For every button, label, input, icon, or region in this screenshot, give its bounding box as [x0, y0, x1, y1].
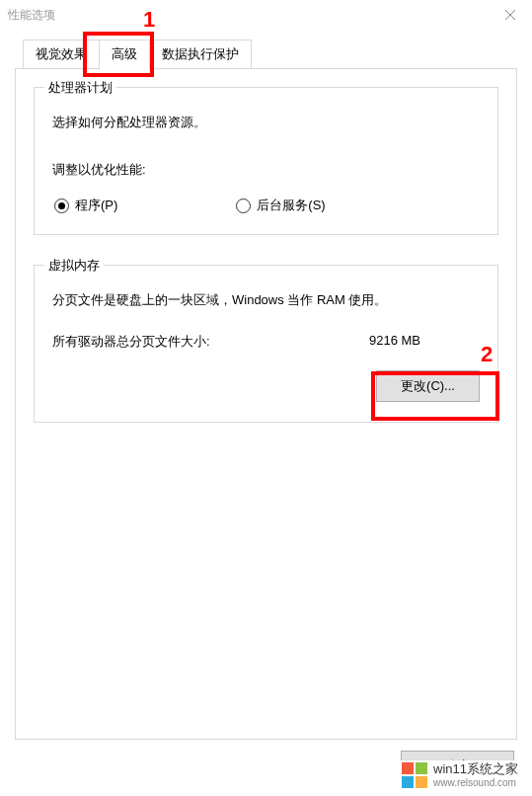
radio-background-services[interactable]: 后台服务(S): [236, 197, 325, 214]
radio-group-performance: 程序(P) 后台服务(S): [52, 197, 480, 214]
radio-icon: [54, 199, 69, 213]
processor-desc: 选择如何分配处理器资源。: [52, 114, 480, 131]
watermark: win11系统之家 www.relsound.com: [398, 760, 522, 790]
groupbox-vmem-title: 虚拟内存: [44, 257, 104, 275]
tab-panel-advanced: 处理器计划 选择如何分配处理器资源。 调整以优化性能: 程序(P) 后台服务(S…: [15, 68, 517, 740]
groupbox-processor: 处理器计划 选择如何分配处理器资源。 调整以优化性能: 程序(P) 后台服务(S…: [34, 87, 498, 235]
radio-icon: [236, 199, 251, 213]
groupbox-virtual-memory: 虚拟内存 分页文件是硬盘上的一块区域，Windows 当作 RAM 使用。 所有…: [34, 265, 498, 423]
watermark-line1: win11系统之家: [433, 762, 518, 776]
change-button[interactable]: 更改(C)...: [376, 370, 480, 402]
vmem-size-row: 所有驱动器总分页文件大小: 9216 MB: [52, 333, 480, 351]
window-title: 性能选项: [8, 7, 55, 24]
radio-background-label: 后台服务(S): [257, 197, 325, 214]
radio-programs[interactable]: 程序(P): [54, 197, 117, 214]
close-icon: [505, 10, 515, 20]
tab-visual-effects[interactable]: 视觉效果: [23, 40, 100, 69]
vmem-desc: 分页文件是硬盘上的一块区域，Windows 当作 RAM 使用。: [52, 291, 480, 309]
close-button[interactable]: [488, 0, 532, 30]
dialog-content: 视觉效果 高级 数据执行保护 处理器计划 选择如何分配处理器资源。 调整以优化性…: [0, 30, 532, 756]
titlebar: 性能选项: [0, 0, 532, 30]
watermark-icon: [402, 762, 427, 788]
tab-dep[interactable]: 数据执行保护: [149, 40, 252, 69]
watermark-line2: www.relsound.com: [433, 777, 518, 788]
vmem-size-value: 9216 MB: [369, 333, 420, 351]
radio-programs-label: 程序(P): [75, 197, 117, 214]
watermark-text: win11系统之家 www.relsound.com: [433, 762, 518, 787]
annotation-number-2: 2: [481, 342, 493, 367]
annotation-number-1: 1: [143, 7, 155, 33]
tab-strip: 视觉效果 高级 数据执行保护: [23, 40, 517, 69]
vmem-size-label: 所有驱动器总分页文件大小:: [52, 333, 210, 351]
groupbox-processor-title: 处理器计划: [44, 79, 116, 97]
tab-advanced[interactable]: 高级: [99, 40, 150, 70]
adjust-label: 调整以优化性能:: [52, 161, 480, 179]
